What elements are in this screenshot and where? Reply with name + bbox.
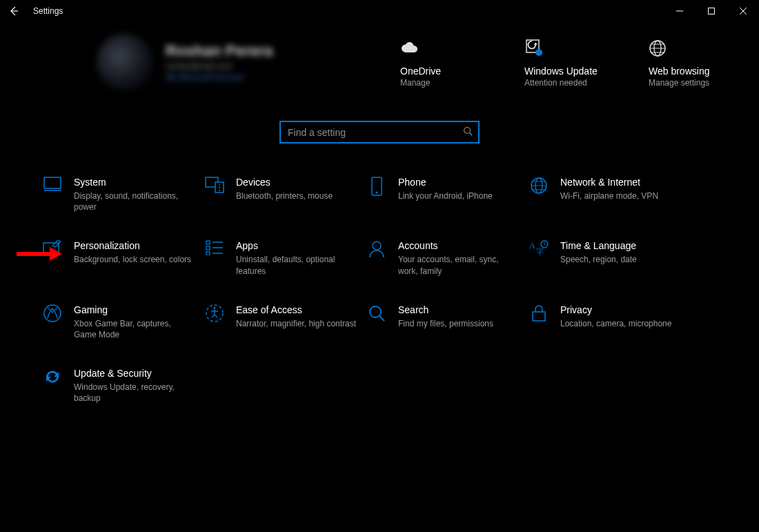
update-badge-icon [524,37,545,60]
category-time-language[interactable]: A字 Time & Language Speech, region, date [529,240,691,276]
category-sub: Your accounts, email, sync, work, family [398,254,519,276]
category-update-security[interactable]: Update & Security Windows Update, recove… [42,368,204,404]
category-label: Gaming [74,304,195,315]
globe-icon [649,37,667,60]
maximize-button[interactable] [696,0,727,22]
category-sub: Wi-Fi, airplane mode, VPN [560,190,658,201]
category-sub: Location, camera, microphone [560,318,671,329]
category-sub: Background, lock screen, colors [74,254,191,265]
category-label: Apps [236,240,357,251]
svg-point-26 [214,306,216,308]
person-icon [366,240,387,276]
devices-icon [204,177,225,213]
category-label: Privacy [560,304,671,315]
svg-rect-28 [533,312,545,321]
title-bar: Settings [0,0,759,22]
category-label: Update & Security [74,368,195,379]
sync-icon [42,368,63,404]
category-sub: Find my files, permissions [398,318,493,329]
ease-of-access-icon [204,304,225,340]
category-sub: Bluetooth, printers, mouse [236,190,333,201]
maximize-icon [708,8,715,14]
profile-block[interactable]: Roshan Perera roshan@mail.com My Microso… [97,34,273,90]
category-gaming[interactable]: Gaming Xbox Game Bar, captures, Game Mod… [42,304,204,340]
svg-point-20 [373,242,381,250]
category-label: Ease of Access [236,304,356,315]
xbox-icon [42,304,63,340]
tile-windows-update[interactable]: Windows Update Attention needed [524,37,607,88]
category-network[interactable]: Network & Internet Wi-Fi, airplane mode,… [529,177,691,213]
back-button[interactable] [7,4,21,18]
globe-icon [529,177,549,213]
svg-point-2 [535,49,542,56]
category-accounts[interactable]: Accounts Your accounts, email, sync, wor… [366,240,529,276]
category-sub: Speech, region, date [560,254,637,265]
lock-icon [529,304,549,340]
tile-onedrive[interactable]: OneDrive Manage [400,37,483,88]
svg-rect-6 [44,177,61,188]
svg-rect-18 [206,246,210,250]
window-title: Settings [33,6,63,16]
svg-point-13 [376,192,378,194]
apps-list-icon [204,240,225,276]
svg-rect-17 [206,241,210,244]
svg-point-9 [219,184,220,186]
category-apps[interactable]: Apps Uninstall, defaults, optional featu… [204,240,366,276]
svg-rect-16 [43,243,59,254]
display-icon [42,177,63,213]
svg-rect-0 [709,8,715,14]
category-phone[interactable]: Phone Link your Android, iPhone [366,177,529,213]
search-input[interactable] [286,126,463,139]
category-devices[interactable]: Devices Bluetooth, printers, mouse [204,177,366,213]
category-personalization[interactable]: Personalization Background, lock screen,… [42,240,204,276]
paint-icon [42,240,63,276]
time-language-icon: A字 [529,240,549,276]
close-icon [740,8,747,14]
svg-point-11 [219,190,220,191]
tile-label: OneDrive [400,66,441,77]
tile-sub: Manage settings [649,78,709,88]
category-sub: Narrator, magnifier, high contrast [236,318,356,329]
settings-categories: System Display, sound, notifications, po… [38,177,721,404]
svg-point-27 [370,306,381,317]
tile-web-browsing[interactable]: Web browsing Manage settings [649,37,731,88]
arrow-left-icon [8,6,19,17]
tile-sub: Attention needed [524,78,587,88]
category-label: Time & Language [560,240,637,251]
svg-point-10 [219,187,220,188]
category-sub: Uninstall, defaults, optional features [236,254,357,276]
search-box[interactable] [279,121,480,144]
category-search[interactable]: Search Find my files, permissions [366,304,529,340]
account-header: Roshan Perera roshan@mail.com My Microso… [0,22,759,101]
svg-text:A: A [529,241,535,250]
category-sub: Xbox Game Bar, captures, Game Mode [74,318,195,340]
close-button[interactable] [727,0,759,22]
profile-name: Roshan Perera [166,42,273,60]
category-label: System [74,177,195,188]
category-label: Network & Internet [560,177,658,188]
category-ease-of-access[interactable]: Ease of Access Narrator, magnifier, high… [204,304,366,340]
tile-sub: Manage [400,78,430,88]
category-label: Phone [398,177,493,188]
svg-rect-19 [206,252,210,255]
category-label: Devices [236,177,333,188]
cloud-icon [400,37,421,60]
minimize-icon [676,8,683,14]
search-icon [366,304,387,340]
phone-icon [366,177,387,213]
category-privacy[interactable]: Privacy Location, camera, microphone [529,304,691,340]
avatar [97,34,153,90]
category-label: Accounts [398,240,519,251]
search-icon [463,126,473,138]
window-controls [664,0,759,22]
minimize-button[interactable] [664,0,696,22]
category-sub: Link your Android, iPhone [398,190,493,201]
category-system[interactable]: System Display, sound, notifications, po… [42,177,204,213]
category-label: Personalization [74,240,191,251]
tile-label: Windows Update [524,66,598,77]
category-sub: Windows Update, recovery, backup [74,382,195,404]
svg-point-5 [464,128,471,134]
category-sub: Display, sound, notifications, power [74,190,195,213]
tile-label: Web browsing [649,66,709,77]
profile-email: roshan@mail.com [166,61,273,71]
